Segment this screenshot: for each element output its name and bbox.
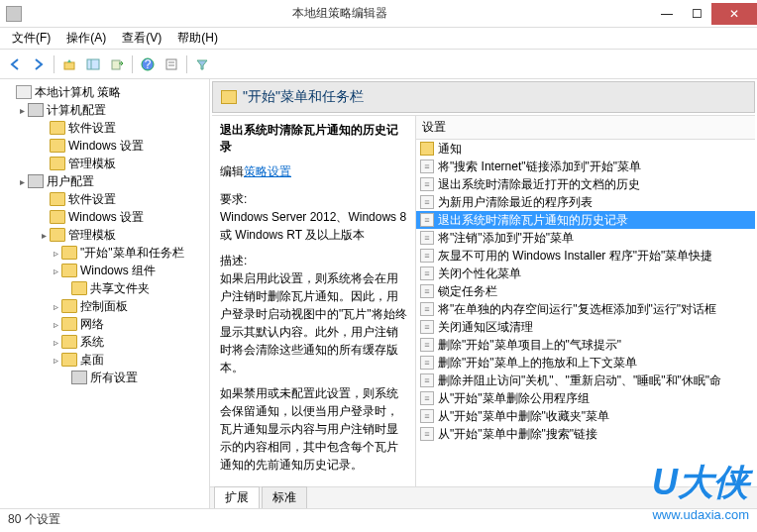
tree-item[interactable]: ▹Windows 组件 bbox=[0, 262, 209, 279]
folder-icon bbox=[61, 353, 77, 367]
menu-help[interactable]: 帮助(H) bbox=[169, 28, 226, 49]
content-header: "开始"菜单和任务栏 bbox=[212, 81, 755, 113]
policy-icon: ≡ bbox=[420, 266, 434, 280]
back-button[interactable] bbox=[4, 53, 26, 75]
minimize-button[interactable]: — bbox=[652, 3, 682, 25]
computer-icon bbox=[28, 103, 44, 117]
policy-icon: ≡ bbox=[420, 249, 434, 263]
folder-icon bbox=[61, 299, 77, 313]
policy-icon: ≡ bbox=[420, 409, 434, 423]
separator bbox=[132, 55, 133, 73]
requirements-text: Windows Server 2012、Windows 8 或 Windows … bbox=[220, 208, 407, 244]
filter-button[interactable] bbox=[191, 53, 213, 75]
tree-item[interactable]: 软件设置 bbox=[0, 190, 209, 208]
expander-icon[interactable]: ▸ bbox=[16, 105, 28, 116]
list-folder[interactable]: 通知 bbox=[416, 140, 755, 158]
expander-icon[interactable]: ▹ bbox=[50, 301, 61, 312]
tree-item[interactable]: ▹控制面板 bbox=[0, 297, 209, 315]
list-item[interactable]: ≡为新用户清除最近的程序列表 bbox=[416, 193, 755, 211]
policy-icon: ≡ bbox=[420, 338, 434, 352]
policy-icon: ≡ bbox=[420, 391, 434, 405]
policy-icon: ≡ bbox=[420, 320, 434, 334]
bottom-tabs: 扩展 标准 bbox=[210, 486, 757, 508]
tree-item[interactable]: 管理模板 bbox=[0, 155, 209, 172]
menu-bar: 文件(F) 操作(A) 查看(V) 帮助(H) bbox=[0, 28, 757, 50]
window-title: 本地组策略编辑器 bbox=[28, 5, 652, 22]
policy-icon: ≡ bbox=[420, 356, 434, 370]
list-item[interactable]: ≡灰显不可用的 Windows Installer 程序"开始"菜单快捷 bbox=[416, 247, 755, 265]
tree-startmenu[interactable]: ▹"开始"菜单和任务栏 bbox=[0, 244, 209, 262]
folder-icon bbox=[50, 157, 65, 170]
expander-icon[interactable]: ▹ bbox=[50, 319, 61, 330]
list-item-selected[interactable]: ≡退出系统时清除瓦片通知的历史记录 bbox=[416, 211, 755, 229]
status-bar: 80 个设置 bbox=[0, 508, 757, 530]
list-header[interactable]: 设置 bbox=[416, 116, 755, 140]
tree-item[interactable]: 软件设置 bbox=[0, 119, 209, 137]
separator bbox=[186, 55, 187, 73]
tree-computer-config[interactable]: ▸计算机配置 bbox=[0, 101, 209, 119]
list-item[interactable]: ≡删除"开始"菜单上的拖放和上下文菜单 bbox=[416, 354, 755, 372]
tree-item[interactable]: 共享文件夹 bbox=[0, 279, 209, 297]
show-hide-tree-button[interactable] bbox=[82, 53, 104, 75]
folder-icon bbox=[50, 139, 65, 153]
up-button[interactable] bbox=[58, 53, 80, 75]
tree-user-config[interactable]: ▸用户配置 bbox=[0, 172, 209, 190]
list-item[interactable]: ≡退出系统时清除最近打开的文档的历史 bbox=[416, 175, 755, 193]
expander-icon[interactable]: ▸ bbox=[16, 176, 28, 187]
title-bar: 本地组策略编辑器 — ☐ ✕ bbox=[0, 0, 757, 28]
list-item[interactable]: ≡从"开始"菜单中删除"搜索"链接 bbox=[416, 425, 755, 443]
list-item[interactable]: ≡删除"开始"菜单项目上的"气球提示" bbox=[416, 336, 755, 354]
tab-standard[interactable]: 标准 bbox=[262, 486, 307, 508]
expander-icon[interactable]: ▸ bbox=[38, 230, 50, 241]
list-item[interactable]: ≡将"注销"添加到"开始"菜单 bbox=[416, 229, 755, 247]
list-item[interactable]: ≡将"搜索 Internet"链接添加到"开始"菜单 bbox=[416, 158, 755, 175]
folder-icon bbox=[50, 192, 65, 206]
policy-icon: ≡ bbox=[420, 231, 434, 245]
svg-rect-6 bbox=[166, 59, 176, 69]
list-item[interactable]: ≡从"开始"菜单删除公用程序组 bbox=[416, 389, 755, 407]
user-icon bbox=[28, 174, 44, 188]
expander-icon[interactable]: ▹ bbox=[50, 248, 61, 259]
list-item[interactable]: ≡关闭通知区域清理 bbox=[416, 318, 755, 336]
settings-list-pane[interactable]: 设置 通知 ≡将"搜索 Internet"链接添加到"开始"菜单 ≡退出系统时清… bbox=[415, 115, 755, 486]
forward-button[interactable] bbox=[28, 53, 50, 75]
description-pane[interactable]: 退出系统时清除瓦片通知的历史记录 编辑策略设置 要求: Windows Serv… bbox=[212, 115, 415, 486]
tree-root[interactable]: 本地计算机 策略 bbox=[0, 83, 209, 101]
list-item[interactable]: ≡从"开始"菜单中删除"收藏夹"菜单 bbox=[416, 407, 755, 425]
policy-icon: ≡ bbox=[420, 427, 434, 441]
menu-action[interactable]: 操作(A) bbox=[58, 28, 114, 49]
tree-item[interactable]: ▹桌面 bbox=[0, 351, 209, 369]
policy-icon: ≡ bbox=[420, 302, 434, 316]
tree-pane[interactable]: 本地计算机 策略 ▸计算机配置 软件设置 Windows 设置 管理模板 ▸用户… bbox=[0, 79, 210, 508]
expander-icon[interactable]: ▹ bbox=[50, 266, 61, 276]
list-item[interactable]: ≡删除并阻止访问"关机"、"重新启动"、"睡眠"和"休眠"命 bbox=[416, 372, 755, 389]
tab-extended[interactable]: 扩展 bbox=[214, 486, 260, 508]
status-count: 80 个设置 bbox=[8, 511, 60, 528]
main-area: 本地计算机 策略 ▸计算机配置 软件设置 Windows 设置 管理模板 ▸用户… bbox=[0, 79, 757, 508]
folder-icon bbox=[61, 335, 77, 349]
policy-settings-link[interactable]: 策略设置 bbox=[244, 164, 291, 178]
tree-admin-templates[interactable]: ▸管理模板 bbox=[0, 226, 209, 244]
folder-icon bbox=[61, 246, 77, 260]
folder-icon bbox=[61, 317, 77, 331]
maximize-button[interactable]: ☐ bbox=[682, 3, 711, 25]
close-button[interactable]: ✕ bbox=[711, 3, 757, 25]
tree-item[interactable]: ▹网络 bbox=[0, 315, 209, 333]
list-item[interactable]: ≡将"在单独的内存空间运行"复选框添加到"运行"对话框 bbox=[416, 300, 755, 318]
expander-icon[interactable]: ▹ bbox=[50, 355, 61, 366]
list-item[interactable]: ≡关闭个性化菜单 bbox=[416, 265, 755, 282]
tree-item[interactable]: ▹系统 bbox=[0, 333, 209, 351]
properties-button[interactable] bbox=[161, 53, 182, 75]
help-button[interactable]: ? bbox=[137, 53, 159, 75]
export-button[interactable] bbox=[106, 53, 128, 75]
menu-file[interactable]: 文件(F) bbox=[4, 28, 58, 49]
separator bbox=[54, 55, 54, 73]
tree-item[interactable]: Windows 设置 bbox=[0, 208, 209, 226]
menu-view[interactable]: 查看(V) bbox=[114, 28, 169, 49]
description-p2: 如果禁用或未配置此设置，则系统会保留通知，以便当用户登录时，瓦片通知显示内容与用… bbox=[220, 384, 407, 474]
list-item[interactable]: ≡锁定任务栏 bbox=[416, 282, 755, 300]
expander-icon[interactable]: ▹ bbox=[50, 337, 61, 348]
header-title: "开始"菜单和任务栏 bbox=[243, 88, 364, 106]
tree-item[interactable]: 所有设置 bbox=[0, 369, 209, 386]
tree-item[interactable]: Windows 设置 bbox=[0, 137, 209, 155]
